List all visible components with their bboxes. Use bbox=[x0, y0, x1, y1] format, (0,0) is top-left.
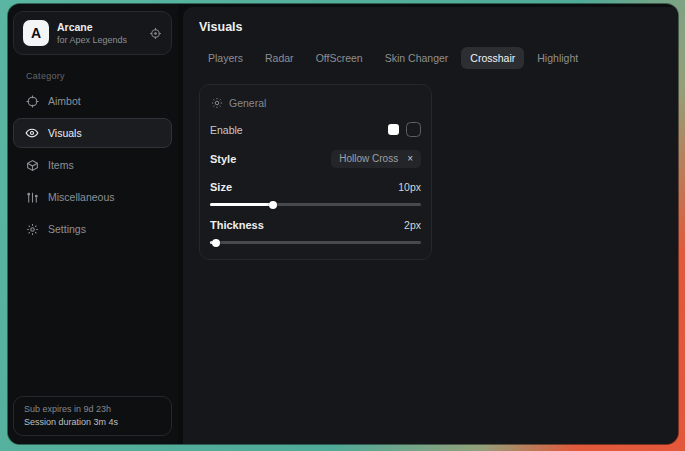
profile-card: A Arcane for Apex Legends bbox=[13, 11, 172, 55]
tab-offscreen[interactable]: OffScreen bbox=[307, 47, 372, 69]
subscription-card: Sub expires in 9d 23h Session duration 3… bbox=[13, 396, 172, 436]
crosshair-icon bbox=[25, 94, 39, 108]
tab-radar[interactable]: Radar bbox=[256, 47, 303, 69]
gear-sun-icon bbox=[211, 97, 223, 109]
size-row: Size 10px bbox=[209, 181, 422, 193]
sidebar-item-label: Settings bbox=[48, 223, 86, 235]
tab-skin-changer[interactable]: Skin Changer bbox=[376, 47, 458, 69]
sidebar-item-settings[interactable]: Settings bbox=[13, 214, 172, 244]
page-title: Visuals bbox=[199, 20, 662, 34]
thickness-slider-thumb[interactable] bbox=[212, 239, 220, 247]
enable-checkbox[interactable] bbox=[406, 122, 421, 137]
size-slider-thumb[interactable] bbox=[269, 201, 277, 209]
thickness-value: 2px bbox=[404, 219, 421, 231]
app-window: A Arcane for Apex Legends Category bbox=[8, 4, 678, 444]
sliders-icon bbox=[25, 190, 39, 204]
panel-header: General bbox=[209, 95, 422, 109]
gear-icon bbox=[25, 222, 39, 236]
sidebar-item-aimbot[interactable]: Aimbot bbox=[13, 86, 172, 116]
clear-style-icon[interactable]: × bbox=[407, 154, 413, 164]
size-slider-fill bbox=[210, 203, 273, 206]
sidebar-item-label: Items bbox=[48, 159, 74, 171]
sidebar-item-items[interactable]: Items bbox=[13, 150, 172, 180]
thickness-label: Thickness bbox=[210, 219, 264, 231]
app-subtitle: for Apex Legends bbox=[57, 35, 127, 45]
enable-row: Enable bbox=[209, 122, 422, 137]
size-label: Size bbox=[210, 181, 232, 193]
enable-controls bbox=[388, 122, 421, 137]
app-logo: A bbox=[23, 20, 49, 46]
session-duration-text: Session duration 3m 4s bbox=[24, 417, 161, 427]
tab-bar: Players Radar OffScreen Skin Changer Cro… bbox=[199, 47, 662, 69]
thickness-row: Thickness 2px bbox=[209, 219, 422, 231]
style-select[interactable]: Hollow Cross × bbox=[331, 150, 421, 168]
tab-players[interactable]: Players bbox=[199, 47, 252, 69]
eye-icon bbox=[25, 126, 39, 140]
sidebar-item-label: Miscellaneous bbox=[48, 191, 115, 203]
sub-expires-text: Sub expires in 9d 23h bbox=[24, 404, 161, 414]
panel-title: General bbox=[229, 97, 266, 109]
sidebar-item-label: Aimbot bbox=[48, 95, 81, 107]
sidebar-item-visuals[interactable]: Visuals bbox=[13, 118, 172, 148]
size-slider[interactable] bbox=[210, 203, 421, 206]
main-content: Visuals Players Radar OffScreen Skin Cha… bbox=[183, 7, 678, 444]
general-panel: General Enable Style Hollow Cross × Size… bbox=[199, 84, 432, 260]
enable-label: Enable bbox=[210, 124, 243, 136]
tab-crosshair[interactable]: Crosshair bbox=[461, 47, 524, 69]
category-label: Category bbox=[26, 71, 172, 81]
size-value: 10px bbox=[398, 181, 421, 193]
style-value: Hollow Cross bbox=[339, 153, 398, 164]
sidebar-nav: Aimbot Visuals Items bbox=[13, 86, 172, 244]
app-name: Arcane bbox=[57, 21, 127, 33]
profile-meta: Arcane for Apex Legends bbox=[57, 21, 127, 45]
target-icon[interactable] bbox=[149, 27, 162, 40]
tab-highlight[interactable]: Highlight bbox=[528, 47, 587, 69]
color-swatch[interactable] bbox=[388, 124, 399, 135]
sidebar-item-label: Visuals bbox=[48, 127, 82, 139]
thickness-slider[interactable] bbox=[210, 241, 421, 244]
sidebar: A Arcane for Apex Legends Category bbox=[8, 4, 178, 444]
box-icon bbox=[25, 158, 39, 172]
sidebar-item-miscellaneous[interactable]: Miscellaneous bbox=[13, 182, 172, 212]
style-label: Style bbox=[210, 153, 236, 165]
style-row: Style Hollow Cross × bbox=[209, 150, 422, 168]
